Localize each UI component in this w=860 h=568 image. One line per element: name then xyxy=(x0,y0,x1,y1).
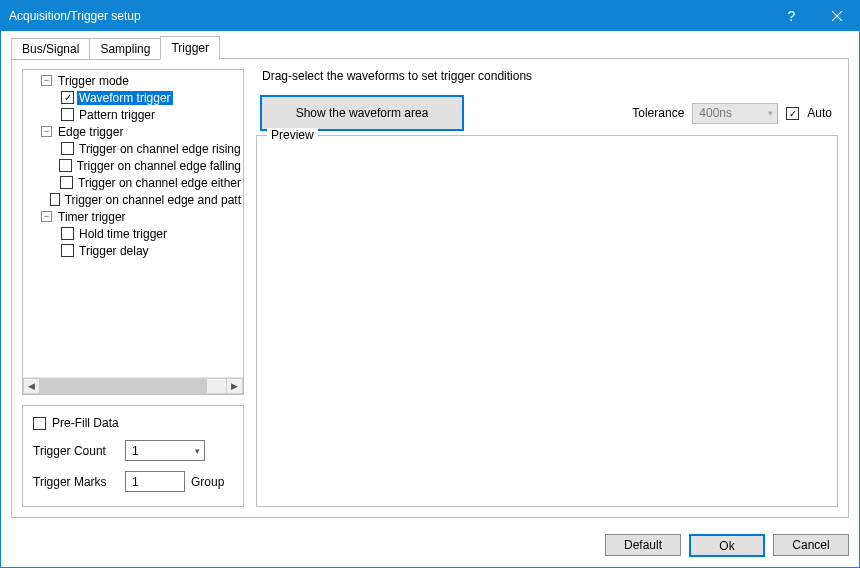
tolerance-label: Tolerance xyxy=(632,106,684,120)
tab-trigger[interactable]: Trigger xyxy=(160,36,220,60)
tree-group[interactable]: −Trigger mode xyxy=(23,72,243,89)
trigger-tree[interactable]: −Trigger modeWaveform triggerPattern tri… xyxy=(22,69,244,395)
collapse-icon[interactable]: − xyxy=(41,211,52,222)
tolerance-select: 400ns ▾ xyxy=(692,103,778,124)
tree-group-label: Timer trigger xyxy=(56,210,128,224)
preview-groupbox: Preview xyxy=(256,135,838,507)
tree-item-checkbox[interactable] xyxy=(59,159,71,172)
auto-label: Auto xyxy=(807,106,832,120)
tree-item-label: Trigger on channel edge rising xyxy=(77,142,243,156)
help-button[interactable]: ? xyxy=(769,1,814,31)
auto-checkbox[interactable] xyxy=(786,107,799,120)
tree-item[interactable]: Trigger on channel edge rising xyxy=(23,140,243,157)
tolerance-value: 400ns xyxy=(699,106,732,120)
tree-item[interactable]: Trigger delay xyxy=(23,242,243,259)
trigger-tree-body: −Trigger modeWaveform triggerPattern tri… xyxy=(23,70,243,377)
trigger-count-value: 1 xyxy=(132,444,139,458)
prefill-label: Pre-Fill Data xyxy=(52,416,119,430)
chevron-down-icon: ▾ xyxy=(195,446,200,456)
tree-item-checkbox[interactable] xyxy=(61,142,74,155)
tree-item[interactable]: Trigger on channel edge either xyxy=(23,174,243,191)
left-column: −Trigger modeWaveform triggerPattern tri… xyxy=(22,69,244,507)
tree-item[interactable]: Pattern trigger xyxy=(23,106,243,123)
collapse-icon[interactable]: − xyxy=(41,75,52,86)
tree-item-checkbox[interactable] xyxy=(50,193,59,206)
tab-bus-signal[interactable]: Bus/Signal xyxy=(11,38,90,60)
tree-item-checkbox[interactable] xyxy=(61,108,74,121)
trigger-count-select[interactable]: 1 ▾ xyxy=(125,440,205,461)
trigger-options-panel: Pre-Fill Data Trigger Count 1 ▾ Trigger … xyxy=(22,405,244,507)
tree-item-checkbox[interactable] xyxy=(61,91,74,104)
tab-strip: Bus/Signal Sampling Trigger xyxy=(11,37,849,59)
scroll-right-arrow-icon[interactable]: ▶ xyxy=(226,378,243,394)
tree-item[interactable]: Waveform trigger xyxy=(23,89,243,106)
close-icon xyxy=(832,11,842,21)
dialog-body: Bus/Signal Sampling Trigger −Trigger mod… xyxy=(1,31,859,526)
right-column: Drag-select the waveforms to set trigger… xyxy=(256,69,838,507)
trigger-marks-value: 1 xyxy=(132,475,139,489)
tree-item[interactable]: Trigger on channel edge and patt xyxy=(23,191,243,208)
collapse-icon[interactable]: − xyxy=(41,126,52,137)
scroll-left-arrow-icon[interactable]: ◀ xyxy=(23,378,40,394)
show-waveform-area-button[interactable]: Show the waveform area xyxy=(260,95,464,131)
dialog-button-row: Default Ok Cancel xyxy=(1,526,859,567)
tree-horizontal-scrollbar[interactable]: ◀ ▶ xyxy=(23,377,243,394)
prefill-checkbox[interactable] xyxy=(33,417,46,430)
tree-group[interactable]: −Edge trigger xyxy=(23,123,243,140)
tree-group-label: Edge trigger xyxy=(56,125,125,139)
close-button[interactable] xyxy=(814,1,859,31)
cancel-button[interactable]: Cancel xyxy=(773,534,849,556)
chevron-down-icon: ▾ xyxy=(768,108,773,118)
trigger-marks-input[interactable]: 1 xyxy=(125,471,185,492)
scroll-track[interactable] xyxy=(40,378,226,394)
tree-item-label: Pattern trigger xyxy=(77,108,157,122)
tree-group[interactable]: −Timer trigger xyxy=(23,208,243,225)
trigger-count-label: Trigger Count xyxy=(33,444,119,458)
waveform-controls-row: Show the waveform area Tolerance 400ns ▾… xyxy=(256,95,838,131)
tab-panel-trigger: −Trigger modeWaveform triggerPattern tri… xyxy=(11,59,849,518)
tree-item-label: Trigger on channel edge falling xyxy=(75,159,243,173)
instruction-text: Drag-select the waveforms to set trigger… xyxy=(262,69,838,83)
tree-item[interactable]: Hold time trigger xyxy=(23,225,243,242)
window-title: Acquisition/Trigger setup xyxy=(9,9,769,23)
tree-item-label: Trigger on channel edge and patt xyxy=(63,193,243,207)
tree-item[interactable]: Trigger on channel edge falling xyxy=(23,157,243,174)
trigger-marks-label: Trigger Marks xyxy=(33,475,119,489)
tree-item-checkbox[interactable] xyxy=(61,244,74,257)
default-button[interactable]: Default xyxy=(605,534,681,556)
ok-button[interactable]: Ok xyxy=(689,534,765,557)
tree-item-checkbox[interactable] xyxy=(61,227,74,240)
tree-item-label: Trigger delay xyxy=(77,244,151,258)
preview-legend: Preview xyxy=(267,128,318,142)
scroll-thumb[interactable] xyxy=(40,379,207,393)
tree-item-checkbox[interactable] xyxy=(60,176,73,189)
tree-item-label: Hold time trigger xyxy=(77,227,169,241)
title-bar: Acquisition/Trigger setup ? xyxy=(1,1,859,31)
tree-item-label: Trigger on channel edge either xyxy=(76,176,243,190)
trigger-marks-unit: Group xyxy=(191,475,224,489)
tree-item-label: Waveform trigger xyxy=(77,91,173,105)
tab-sampling[interactable]: Sampling xyxy=(89,38,161,60)
tree-group-label: Trigger mode xyxy=(56,74,131,88)
